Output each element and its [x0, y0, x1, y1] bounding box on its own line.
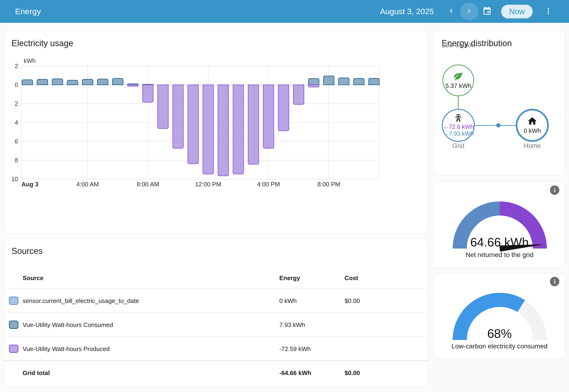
svg-text:8:00 PM: 8:00 PM — [318, 181, 340, 188]
home-node[interactable]: 0 kWh — [516, 109, 549, 142]
source-name: sensor.current_bill_electric_usage_to_da… — [23, 297, 139, 305]
source-row[interactable]: Vue-Utility Watt-hours Consumed7.93 kWh — [4, 312, 428, 336]
sources-table-body: sensor.current_bill_electric_usage_to_da… — [4, 288, 428, 387]
energy-dashboard: Energy August 3, 2025 — [0, 0, 569, 392]
sources-card: Sources Source Energy Cost sensor.curren… — [4, 238, 428, 387]
source-row[interactable]: sensor.current_bill_electric_usage_to_da… — [4, 288, 428, 312]
svg-text:10: 10 — [11, 176, 18, 182]
source-color-swatch — [9, 297, 18, 305]
usage-bar-produced[interactable] — [278, 85, 289, 131]
grid-node[interactable]: ←72.6 kWh →7.93 kWh — [442, 109, 475, 142]
usage-bar-produced[interactable] — [158, 85, 168, 129]
home-label: Home — [524, 142, 541, 150]
low-carbon-gauge-value: 68% — [434, 326, 565, 341]
low-carbon-label: Low-carbon — [442, 42, 475, 49]
source-name: Grid total — [23, 369, 50, 377]
low-carbon-to-grid-line — [458, 96, 458, 109]
net-returned-label: Net returned to the grid — [434, 251, 565, 259]
source-energy: 7.93 kWh — [279, 321, 305, 329]
low-carbon-gauge-label: Low-carbon electricity consumed — [434, 343, 565, 350]
grid-consume-value: →7.93 kWh — [443, 130, 474, 137]
electricity-usage-chart[interactable]: 20246810kWhAug 34:00 AM8:00 AM12:00 PM4:… — [4, 31, 428, 234]
low-carbon-value: 5.37 kWh — [445, 82, 471, 89]
net-returned-value: 64.66 kWh — [434, 235, 565, 249]
usage-bar-consumed[interactable] — [83, 79, 93, 85]
usage-bar-produced[interactable] — [143, 85, 153, 102]
leaf-icon — [453, 71, 463, 82]
svg-text:Aug 3: Aug 3 — [21, 181, 38, 188]
now-button[interactable]: Now — [501, 5, 533, 18]
home-icon — [527, 116, 537, 127]
net-returned-gauge-card: i 64.66 kWh Net returned to the grid — [434, 182, 565, 267]
svg-text:6: 6 — [15, 138, 18, 145]
usage-bar-produced[interactable] — [128, 85, 138, 86]
usage-bar-produced[interactable] — [203, 85, 214, 174]
usage-bar-produced[interactable] — [263, 85, 274, 148]
chevron-left-icon — [447, 7, 455, 16]
usage-bar-consumed[interactable] — [324, 76, 334, 85]
grid-return-value: ←72.6 kWh — [443, 124, 474, 130]
source-energy: 0 kWh — [279, 297, 297, 305]
grid-label: Grid — [452, 142, 464, 150]
source-color-swatch — [9, 345, 18, 353]
usage-bar-produced[interactable] — [233, 85, 244, 174]
low-carbon-node[interactable]: 5.37 kWh — [443, 65, 474, 96]
source-color-swatch — [9, 321, 18, 329]
page-title: Energy — [15, 7, 41, 16]
dots-vertical-icon — [544, 7, 552, 16]
source-energy: -64.66 kWh — [279, 369, 311, 377]
usage-bar-produced[interactable] — [188, 85, 198, 164]
energy-distribution-card: Energy distribution Low-carbon 5.37 kWh … — [434, 31, 565, 176]
svg-text:12:00 PM: 12:00 PM — [195, 181, 221, 188]
svg-text:2: 2 — [15, 100, 18, 107]
info-icon[interactable]: i — [550, 277, 559, 286]
low-carbon-gauge-card: i 68% Low-carbon electricity consumed — [434, 273, 565, 359]
usage-bar-produced[interactable] — [173, 85, 183, 148]
chevron-right-icon — [465, 7, 473, 16]
usage-bar-consumed[interactable] — [67, 80, 78, 85]
source-row[interactable]: Vue-Utility Watt-hours Produced-72.59 kW… — [4, 336, 428, 360]
source-name: Vue-Utility Watt-hours Produced — [23, 345, 110, 353]
calendar-icon — [482, 6, 492, 17]
grid-total-row[interactable]: Grid total-64.66 kWh$0.00 — [4, 360, 428, 387]
column-header-energy: Energy — [279, 274, 300, 282]
source-cost: $0.00 — [345, 369, 360, 377]
app-header: Energy August 3, 2025 — [0, 0, 569, 23]
usage-bar-consumed[interactable] — [22, 80, 33, 85]
home-value: 0 kWh — [524, 127, 541, 135]
usage-bar-produced[interactable] — [293, 85, 304, 104]
transmission-tower-icon — [454, 113, 463, 124]
overflow-menu-button[interactable] — [539, 3, 557, 20]
usage-bar-consumed[interactable] — [52, 79, 63, 85]
svg-text:4:00 AM: 4:00 AM — [76, 181, 99, 188]
usage-bar-consumed[interactable] — [308, 79, 319, 85]
svg-text:kWh: kWh — [24, 57, 36, 64]
energy-flow-dot — [496, 123, 500, 127]
usage-bar-produced[interactable] — [218, 85, 229, 176]
source-energy: -72.59 kWh — [279, 345, 311, 353]
usage-bar-produced[interactable] — [308, 85, 319, 87]
sources-card-title: Sources — [12, 246, 43, 256]
previous-period-button[interactable] — [442, 3, 460, 20]
svg-text:0: 0 — [15, 81, 18, 88]
info-icon[interactable]: i — [550, 185, 559, 195]
svg-text:4: 4 — [15, 119, 18, 126]
column-header-cost: Cost — [345, 274, 358, 282]
usage-bar-produced[interactable] — [248, 85, 259, 164]
usage-bar-consumed[interactable] — [37, 79, 48, 85]
now-button-label: Now — [509, 7, 525, 16]
header-toolbar: August 3, 2025 Now — [380, 3, 557, 20]
usage-bar-consumed[interactable] — [112, 78, 123, 85]
usage-bar-consumed[interactable] — [354, 78, 364, 85]
svg-text:2: 2 — [15, 62, 18, 70]
usage-bar-consumed[interactable] — [369, 78, 379, 85]
next-period-button[interactable] — [460, 3, 478, 20]
grid-to-home-line — [475, 125, 516, 126]
date-picker-button[interactable] — [478, 3, 496, 20]
svg-text:8: 8 — [15, 157, 18, 164]
electricity-usage-card: Electricity usage 20246810kWhAug 34:00 A… — [4, 31, 428, 233]
usage-bar-consumed[interactable] — [97, 79, 108, 85]
svg-text:4:00 PM: 4:00 PM — [257, 181, 280, 188]
source-name: Vue-Utility Watt-hours Consumed — [23, 321, 113, 329]
usage-bar-consumed[interactable] — [339, 78, 349, 85]
